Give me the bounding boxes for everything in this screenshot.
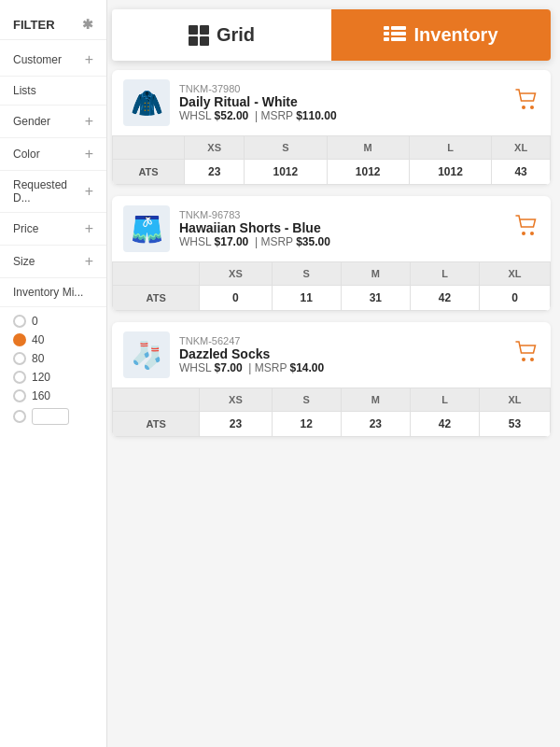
sidebar-item-label: Color: [13, 148, 40, 161]
svg-point-6: [522, 106, 525, 109]
radio-label: 40: [32, 333, 44, 346]
grid-icon-cell: [200, 25, 209, 35]
size-header-M: M: [341, 388, 410, 412]
inventory-min-input[interactable]: [32, 408, 69, 425]
size-header-XL: XL: [480, 388, 551, 412]
ats-value-S: 1012: [245, 160, 327, 185]
svg-rect-0: [384, 26, 389, 30]
custom-radio-option[interactable]: [13, 408, 93, 425]
grid-label: Grid: [217, 24, 255, 46]
cart-icon: [515, 89, 539, 111]
sidebar-expand-icon[interactable]: +: [85, 253, 93, 270]
product-info: TNKM-37980 Daily Ritual - White WHSL $52…: [179, 83, 506, 122]
product-info: TNKM-56247 Dazzled Socks WHSL $7.00 | MS…: [179, 335, 506, 374]
product-price: WHSL $7.00 | MSRP $14.00: [179, 361, 506, 374]
cart-icon: [515, 215, 539, 237]
product-whsl: $52.00: [215, 109, 249, 122]
add-to-cart-button[interactable]: [515, 215, 539, 243]
radio-circle[interactable]: [13, 389, 26, 402]
product-image: 🩳: [131, 214, 163, 245]
sidebar-item-label: Customer: [13, 53, 62, 66]
size-header-S: S: [272, 388, 341, 412]
view-toggle: Grid Inventory: [112, 9, 551, 61]
ats-value-L: 42: [410, 412, 479, 437]
sidebar-item-requested-d---[interactable]: Requested D... +: [0, 171, 106, 213]
filter-sidebar: FILTER ✱ Customer + Lists Gender + Color…: [0, 0, 107, 747]
grid-icon-cell: [189, 36, 198, 46]
ats-label: ATS: [113, 160, 185, 185]
sidebar-item-gender[interactable]: Gender +: [0, 106, 106, 138]
size-header-M: M: [341, 262, 410, 286]
radio-circle[interactable]: [13, 333, 26, 346]
size-header-M: M: [327, 136, 409, 160]
ats-value-M: 1012: [327, 160, 409, 185]
sidebar-expand-icon[interactable]: +: [85, 183, 93, 200]
sidebar-item-label: Inventory Mi...: [13, 286, 83, 299]
sidebar-item-label: Requested D...: [13, 178, 85, 204]
sidebar-item-color[interactable]: Color +: [0, 138, 106, 171]
radio-option-160[interactable]: 160: [13, 389, 93, 402]
inventory-table: XSSMLXLATS01131420: [112, 261, 551, 311]
ats-label: ATS: [113, 412, 200, 437]
radio-circle[interactable]: [13, 371, 26, 384]
inventory-table: XSSMLXLATS2312234253: [112, 388, 551, 437]
product-thumbnail: 🧦: [123, 331, 170, 378]
sidebar-expand-icon[interactable]: +: [85, 146, 93, 162]
product-sku: TNKM-56247: [179, 335, 506, 346]
product-thumbnail: 🧥: [123, 79, 170, 126]
ats-value-XS: 23: [200, 412, 272, 437]
radio-circle[interactable]: [13, 352, 26, 365]
product-msrp: $110.00: [296, 109, 336, 122]
radio-option-80[interactable]: 80: [13, 352, 93, 365]
svg-rect-4: [384, 37, 389, 41]
sidebar-item-lists[interactable]: Lists: [0, 77, 106, 106]
sidebar-item-inventory-mi---[interactable]: Inventory Mi...: [0, 278, 106, 307]
radio-option-120[interactable]: 120: [13, 371, 93, 384]
sidebar-expand-icon[interactable]: +: [85, 220, 93, 237]
sidebar-item-label: Price: [13, 222, 38, 235]
svg-rect-1: [391, 26, 406, 30]
ats-value-XS: 0: [200, 286, 272, 311]
product-header: 🩳 TNKM-96783 Hawaiian Shorts - Blue WHSL…: [112, 196, 551, 261]
products-list: 🧥 TNKM-37980 Daily Ritual - White WHSL $…: [112, 70, 551, 437]
filter-collapse-icon[interactable]: ✱: [82, 17, 93, 32]
product-thumbnail: 🩳: [123, 205, 170, 252]
inventory-view-button[interactable]: Inventory: [331, 9, 551, 61]
ats-value-XS: 23: [185, 160, 245, 185]
custom-radio-circle[interactable]: [13, 410, 26, 423]
cart-icon: [515, 341, 539, 363]
sidebar-item-label: Gender: [13, 115, 50, 128]
radio-option-0[interactable]: 0: [13, 315, 93, 328]
inventory-label: Inventory: [413, 24, 497, 46]
ats-header-empty: [113, 136, 185, 160]
sidebar-item-customer[interactable]: Customer +: [0, 44, 106, 77]
ats-label: ATS: [113, 286, 200, 311]
add-to-cart-button[interactable]: [515, 341, 539, 369]
ats-value-M: 31: [341, 286, 410, 311]
product-price: WHSL $52.00 | MSRP $110.00: [179, 109, 506, 122]
size-header-XS: XS: [200, 388, 272, 412]
sidebar-item-size[interactable]: Size +: [0, 246, 106, 278]
ats-value-L: 1012: [409, 160, 491, 185]
add-to-cart-button[interactable]: [515, 89, 539, 117]
radio-label: 160: [32, 389, 50, 402]
grid-view-button[interactable]: Grid: [112, 9, 331, 61]
radio-option-40[interactable]: 40: [13, 333, 93, 346]
ats-header-empty: [113, 388, 200, 412]
product-price: WHSL $17.00 | MSRP $35.00: [179, 235, 506, 248]
sidebar-expand-icon[interactable]: +: [85, 51, 93, 68]
filter-label: FILTER: [13, 18, 55, 32]
radio-circle[interactable]: [13, 315, 26, 328]
ats-header-empty: [113, 262, 200, 286]
sidebar-item-price[interactable]: Price +: [0, 213, 106, 246]
svg-point-8: [522, 232, 525, 235]
inventory-table: XSSMLXLATS2310121012101243: [112, 135, 551, 185]
sidebar-expand-icon[interactable]: +: [85, 113, 93, 130]
svg-rect-3: [391, 32, 406, 35]
product-name: Dazzled Socks: [179, 346, 506, 361]
product-header: 🧦 TNKM-56247 Dazzled Socks WHSL $7.00 | …: [112, 322, 551, 388]
product-whsl: $7.00: [215, 361, 243, 374]
svg-point-10: [522, 358, 525, 361]
sidebar-item-label: Size: [13, 255, 35, 268]
radio-label: 0: [32, 315, 38, 328]
